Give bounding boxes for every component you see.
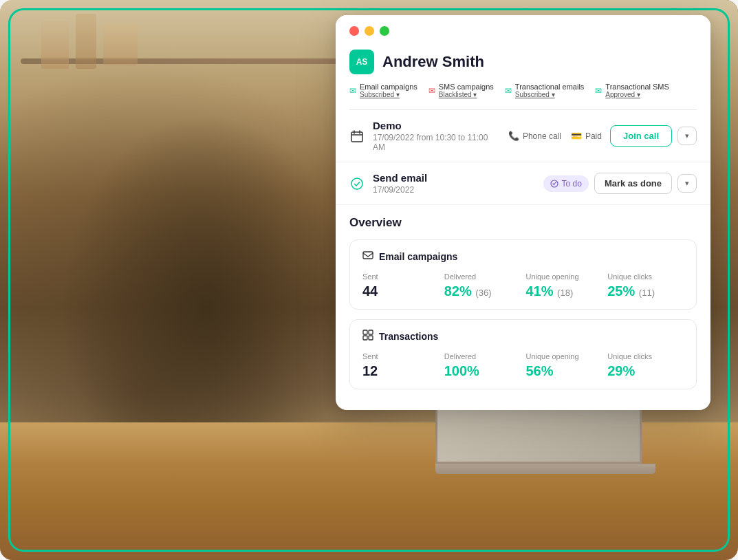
phone-icon: 📞 xyxy=(508,131,519,141)
stat-sent: Sent 44 xyxy=(362,272,439,299)
transactions-card: Transactions Sent 12 Delivered 100% Uniq… xyxy=(349,319,697,389)
status-email-campaigns: ✉ Email campaigns Subscribed ▾ xyxy=(349,83,417,98)
avatar-initials: AS xyxy=(356,57,368,67)
stat-sent-value: 44 xyxy=(362,283,439,299)
contact-card: AS Andrew Smith ✉ Email campaigns Subscr… xyxy=(336,15,710,410)
calendar-icon xyxy=(349,129,365,144)
task-demo: Demo 17/09/2022 from 10:30 to 11:00 AM 📞… xyxy=(336,110,710,162)
task-email-title: Send email xyxy=(373,172,535,184)
sms-campaigns-icon: ✉ xyxy=(428,86,435,96)
txn-stat-opening: Unique opening 56% xyxy=(526,352,603,379)
txn-stat-clicks: Unique clicks 29% xyxy=(607,352,684,379)
meta-paid: 💳 Paid xyxy=(571,131,602,141)
email-campaigns-card: Email campaigns Sent 44 Delivered 82% (3… xyxy=(349,239,697,310)
txn-sent-value: 12 xyxy=(362,363,439,379)
status-transactional-sms: ✉ Transactional SMS Approved ▾ xyxy=(595,83,669,98)
task-email-actions: To do Mark as done ▾ xyxy=(543,173,697,194)
stat-delivered-value: 82% (36) xyxy=(444,283,521,299)
transactional-sms-sub[interactable]: Approved ▾ xyxy=(605,91,669,98)
svg-rect-4 xyxy=(363,330,367,334)
task-email-date: 17/09/2022 xyxy=(373,185,535,195)
svg-rect-0 xyxy=(351,132,362,142)
stat-opening-value: 41% (18) xyxy=(526,283,603,299)
stat-unique-clicks: Unique clicks 25% (11) xyxy=(607,272,684,299)
sms-campaigns-sub[interactable]: Blacklisted ▾ xyxy=(439,91,494,98)
svg-rect-5 xyxy=(369,330,373,334)
transactions-card-title: Transactions xyxy=(362,330,684,343)
email-stats-grid: Sent 44 Delivered 82% (36) Unique openin… xyxy=(362,272,684,299)
txn-stat-delivered: Delivered 100% xyxy=(444,352,521,379)
stat-clicks-value: 25% (11) xyxy=(607,283,684,299)
grid-icon xyxy=(362,330,373,343)
status-transactional-emails: ✉ Transactional emails Subscribed ▾ xyxy=(505,83,584,98)
meta-phone-label: Phone call xyxy=(523,131,561,141)
kitchen-item-1 xyxy=(41,21,69,69)
avatar: AS xyxy=(349,50,374,74)
svg-rect-7 xyxy=(369,336,373,340)
stat-delivered: Delivered 82% (36) xyxy=(444,272,521,299)
todo-label: To do xyxy=(562,179,582,189)
svg-rect-3 xyxy=(363,252,373,259)
task-send-email: Send email 17/09/2022 To do Mark as done… xyxy=(336,162,710,205)
todo-icon xyxy=(550,180,558,188)
paid-icon: 💳 xyxy=(571,131,582,141)
check-circle-icon xyxy=(349,176,365,191)
window-chrome xyxy=(336,15,710,44)
overview-title: Overview xyxy=(349,216,697,230)
demo-chevron-button[interactable]: ▾ xyxy=(677,127,697,145)
status-sms-campaigns: ✉ SMS campaigns Blacklisted ▾ xyxy=(428,83,494,98)
kitchen-item-2 xyxy=(76,14,96,69)
envelope-icon xyxy=(362,250,373,263)
meta-paid-label: Paid xyxy=(585,131,602,141)
svg-rect-6 xyxy=(363,336,367,340)
stat-unique-opening: Unique opening 41% (18) xyxy=(526,272,603,299)
email-campaigns-sub[interactable]: Subscribed ▾ xyxy=(360,91,417,98)
contact-name: Andrew Smith xyxy=(382,53,484,71)
email-campaigns-card-title: Email campaigns xyxy=(362,250,684,263)
contact-header: AS Andrew Smith xyxy=(336,44,710,83)
transactional-sms-label: Transactional SMS xyxy=(605,83,669,91)
task-email-info: Send email 17/09/2022 xyxy=(373,172,535,195)
email-chevron-button[interactable]: ▾ xyxy=(677,174,697,193)
transactional-emails-label: Transactional emails xyxy=(515,83,584,91)
email-campaigns-label: Email campaigns xyxy=(360,83,417,91)
transactions-stats-grid: Sent 12 Delivered 100% Unique opening 56… xyxy=(362,352,684,379)
dot-green[interactable] xyxy=(380,26,389,36)
task-demo-info: Demo 17/09/2022 from 10:30 to 11:00 AM xyxy=(373,120,500,152)
kitchen-item-3 xyxy=(103,24,138,65)
sms-campaigns-label: SMS campaigns xyxy=(439,83,494,91)
email-campaigns-icon: ✉ xyxy=(349,86,356,96)
svg-point-1 xyxy=(351,178,362,189)
window-dots xyxy=(349,26,697,36)
txn-clicks-value: 29% xyxy=(607,363,684,379)
transactional-emails-sub[interactable]: Subscribed ▾ xyxy=(515,91,584,98)
mark-as-done-button[interactable]: Mark as done xyxy=(594,173,672,194)
meta-phone: 📞 Phone call xyxy=(508,131,561,141)
overview-section: Overview Email campaigns Sent 44 xyxy=(336,205,710,410)
txn-opening-value: 56% xyxy=(526,363,603,379)
todo-badge: To do xyxy=(543,175,589,192)
status-row: ✉ Email campaigns Subscribed ▾ ✉ SMS cam… xyxy=(336,83,710,109)
join-call-button[interactable]: Join call xyxy=(610,125,672,147)
task-demo-date: 17/09/2022 from 10:30 to 11:00 AM xyxy=(373,133,500,152)
transactional-sms-icon: ✉ xyxy=(595,86,602,96)
task-demo-meta: 📞 Phone call 💳 Paid xyxy=(508,131,602,141)
task-demo-title: Demo xyxy=(373,120,500,131)
task-demo-actions: Join call ▾ xyxy=(610,125,697,147)
laptop-base xyxy=(435,464,655,474)
txn-stat-sent: Sent 12 xyxy=(362,352,439,379)
txn-delivered-value: 100% xyxy=(444,363,521,379)
transactional-emails-icon: ✉ xyxy=(505,86,512,96)
dot-yellow[interactable] xyxy=(365,26,374,36)
dot-red[interactable] xyxy=(349,26,359,36)
